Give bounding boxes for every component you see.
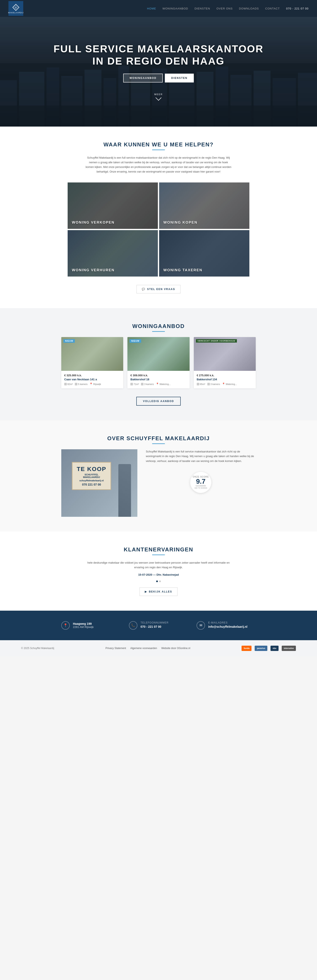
contact-email-text: E-mailadres info@schuyffelmakelaarij.nl [208,621,248,628]
footer-links: Privacy Statement Algemene voorwaarden W… [106,647,190,650]
dot-2[interactable] [159,581,161,582]
spec-rooms-1: 3 kamers [141,383,154,385]
over-description: Schuyffel Makelaardij is een full servic… [146,449,256,463]
hero-title-line2: IN DE REGIO DEN HAAG [92,56,224,67]
service-card-taxeren[interactable]: WONING TAXEREN [159,230,250,277]
location-icon-1: 📍 [156,383,159,385]
property-card-2[interactable]: Verkocht onder voorbehoud € 275.000 k.k.… [194,337,256,388]
service-card-verkopen[interactable]: WONING VERKOPEN [67,183,158,229]
stel-vraag-label: STEL EEN VRAAG [147,288,175,291]
logo-area[interactable]: S MAKELAARDIJ [8,1,23,16]
spec-rooms-0: 5 kamers [75,383,88,385]
score-sub2: van 72 reviews [194,487,207,489]
property-badge-2: Verkocht onder voorbehoud [196,339,237,342]
spec-location-0: 📍 Rijswijk [90,383,101,385]
sign-web: schuyffelmakelaarij.nl [77,479,106,482]
sign-phone: 070 221 07 00 [77,483,106,486]
service-label-verkopen: WONING VERKOPEN [72,220,115,224]
klanten-title: KLANTENERVARINGEN [21,546,296,553]
logo-subtext: MAKELAARDIJ [8,11,24,14]
section-over: OVER SCHUYFFEL MAKELAARDIJ TE KOOP SCHUY… [0,420,317,531]
dot-1[interactable] [156,581,158,582]
contact-phone-value: 070 - 221 07 00 [141,625,169,628]
contact-address-value2: 2281 AM Rijswijk [73,625,94,628]
contact-phone-label: Telefoonnummer [141,621,169,624]
property-card-1[interactable]: Nieuw € 309.000 k.k. Bakkershof 18 71m² … [127,337,189,388]
address-icon: 📍 [61,621,70,630]
section-help: WAAR KUNNEN WE U MEE HELPEN? Schuyffel M… [0,127,317,308]
section-klanten: KLANTENERVARINGEN hele deskundige makela… [0,531,317,611]
footer-link-privacy[interactable]: Privacy Statement [106,647,126,650]
contact-item-phone: 📞 Telefoonnummer 070 - 221 07 00 [129,621,188,630]
property-specs-0: 82m² 5 kamers 📍 Rijswijk [64,383,120,385]
play-icon: ▶ [145,590,147,593]
spec-location-1: 📍 Watering... [156,383,171,385]
main-nav: HOME WONINGAANBOD DIENSTEN OVER ONS DOWN… [147,7,309,10]
testimonial-dots [21,581,296,582]
aanbod-title: WONINGAANBOD [21,323,296,329]
property-img-2: Verkocht onder voorbehoud [194,337,256,371]
service-label-verhuren: WONING VERHUREN [72,268,115,272]
footer-link-website[interactable]: Website door OGonline.nl [161,647,190,650]
hero-title-line1: FULL SERVICE MAKELAARSKANTOOR [53,43,264,54]
property-address-1: Bakkershof 18 [130,378,186,381]
spec-rooms-2: 3 kamers [207,383,220,385]
partner-intersolve: intersolve [282,646,296,651]
service-label-kopen: WONING KOPEN [163,220,197,224]
score-badge: ONZE SCORE 9.7 Gemiddelde van 72 reviews [190,472,211,493]
meer-section[interactable]: MEER [154,93,163,100]
spec-size-2: 65m² [197,383,205,385]
footer-link-voorwaarden[interactable]: Algemene voorwaarden [130,647,157,650]
partner-pararius: pararius [255,646,267,651]
location-icon-0: 📍 [90,383,93,385]
size-icon-1 [130,383,133,385]
nav-downloads[interactable]: DOWNLOADS [239,7,259,10]
nav-diensten[interactable]: DIENSTEN [194,7,210,10]
testimonial-text: hele deskundige makelaar die voldoet jou… [85,560,232,570]
property-badge-0: Nieuw [63,339,75,343]
footer-copyright: © 2025 Schuyffel Makelaardij [21,647,54,650]
hero-diensten-button[interactable]: DIENSTEN [165,74,194,83]
spec-size-1: 71m² [130,383,139,385]
property-address-0: Caan van Necklaan 141 a [64,378,120,381]
service-card-verhuren[interactable]: WONING VERHUREN [67,230,158,277]
bekijk-alles-button[interactable]: ▶ BEKIJK ALLES [139,587,177,596]
partner-vbo: vbo [271,646,279,651]
volledig-aanbod-button[interactable]: VOLLEDIG AANBOD [136,397,181,406]
score-sub1: Gemiddelde [196,485,206,487]
spec-size-0: 82m² [64,383,73,385]
section-help-underline [152,150,165,150]
rooms-icon-2 [207,383,210,385]
service-card-kopen[interactable]: WONING KOPEN [159,183,250,229]
property-price-0: € 325.000 k.k. [64,374,120,377]
section-help-title: WAAR KUNNEN WE U MEE HELPEN? [21,141,296,148]
logo-icon: S [12,3,20,11]
section-help-desc: Schuyffel Makelaardij is een full servic… [85,156,232,174]
site-header: S MAKELAARDIJ HOME WONINGAANBOD DIENSTEN… [0,0,317,17]
chevron-down-icon [155,94,162,100]
nav-woningaanbod[interactable]: WONINGAANBOD [163,7,188,10]
stel-vraag-button[interactable]: 💬 STEL EEN VRAAG [136,285,181,293]
service-grid: WONING VERKOPEN WONING KOPEN WONING VERH… [67,183,250,277]
contact-phone-text: Telefoonnummer 070 - 221 07 00 [141,621,169,628]
nav-phone: 070 - 221 07 00 [286,7,309,10]
logo-box: S MAKELAARDIJ [8,1,23,16]
property-price-1: € 309.000 k.k. [130,374,186,377]
contact-address-text: Haagweg 199 2281 AM Rijswijk [73,621,94,628]
nav-home[interactable]: HOME [147,7,156,10]
over-image: TE KOOP SCHUYFFELMAKELAARDIJ schuyffelma… [61,449,138,517]
nav-contact[interactable]: CONTACT [265,7,280,10]
email-icon: ✉ [197,621,205,630]
hero-woningaanbod-button[interactable]: WONINGAANBOD [123,74,163,83]
svg-rect-21 [0,105,317,127]
aanbod-underline [152,331,165,332]
hero-section: FULL SERVICE MAKELAARSKANTOOR IN DE REGI… [0,17,317,127]
partner-funda: funda [242,646,251,651]
property-info-1: € 309.000 k.k. Bakkershof 18 71m² 3 kame… [127,371,189,388]
over-content: TE KOOP SCHUYFFELMAKELAARDIJ schuyffelma… [61,449,256,517]
bekijk-alles-label: BEKIJK ALLES [149,590,172,593]
service-label-taxeren: WONING TAXEREN [163,268,202,272]
nav-over-ons[interactable]: OVER ONS [216,7,233,10]
klanten-underline [152,555,165,555]
property-card-0[interactable]: Nieuw € 325.000 k.k. Caan van Necklaan 1… [61,337,123,388]
